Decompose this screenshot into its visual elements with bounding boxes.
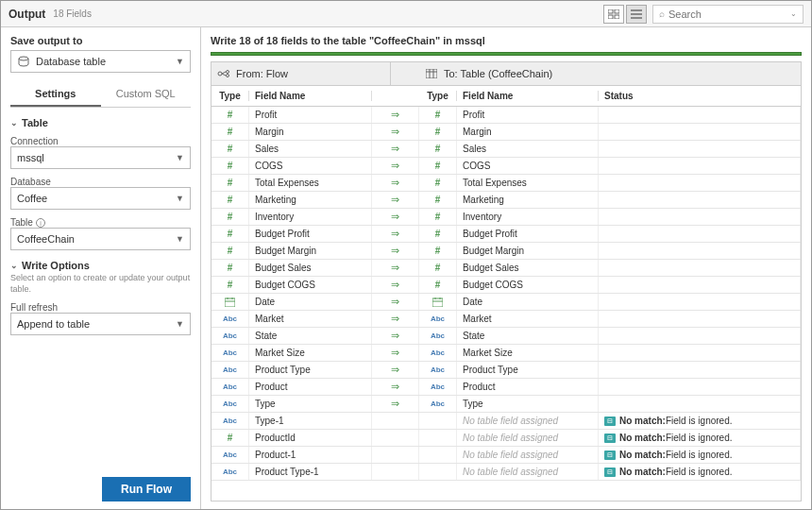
col-field-right: Field Name	[457, 91, 599, 101]
info-icon[interactable]: i	[36, 218, 45, 228]
map-arrow[interactable]	[372, 430, 419, 446]
map-arrow[interactable]: ⇒	[372, 175, 419, 191]
search-box[interactable]: ⌕ ⌄	[652, 5, 804, 24]
save-output-dropdown[interactable]: Database table ▼	[10, 50, 191, 73]
field-name-left: Product	[249, 379, 372, 395]
save-output-value: Database table	[36, 56, 106, 67]
map-arrow[interactable]: ⇒	[372, 158, 419, 174]
status-badge: ⊟ No match: Field is ignored.	[604, 433, 733, 443]
field-name-right: Type	[457, 396, 599, 412]
table-row[interactable]: Date ⇒ Date	[211, 294, 801, 311]
status-cell	[599, 243, 801, 259]
type-icon-right: Abc	[419, 345, 457, 361]
field-name-right: Product Type	[457, 362, 599, 378]
table-row[interactable]: Abc Product Type-1 No table field assign…	[211, 464, 801, 481]
top-bar: Output 18 Fields ⌕ ⌄	[1, 1, 811, 27]
map-arrow[interactable]: ⇒	[372, 226, 419, 242]
table-row[interactable]: # Total Expenses ⇒ # Total Expenses	[211, 175, 801, 192]
map-arrow[interactable]	[372, 447, 419, 463]
status-badge: ⊟ No match: Field is ignored.	[604, 450, 733, 460]
svg-rect-2	[608, 15, 613, 19]
map-arrow[interactable]	[372, 464, 419, 480]
chevron-down-icon: ▼	[176, 153, 184, 162]
table-row[interactable]: # Margin ⇒ # Margin	[211, 124, 801, 141]
field-name-left: ProductId	[249, 430, 372, 446]
table-row[interactable]: Abc State ⇒ Abc State	[211, 328, 801, 345]
table-row[interactable]: # Sales ⇒ # Sales	[211, 141, 801, 158]
from-label: From: Flow	[236, 68, 288, 79]
map-arrow[interactable]: ⇒	[372, 124, 419, 140]
view-list-button[interactable]	[626, 5, 647, 24]
table-dropdown[interactable]: CoffeeChain ▼	[10, 228, 191, 250]
table-row[interactable]: Abc Type-1 No table field assigned ⊟ No …	[211, 413, 801, 430]
connection-dropdown[interactable]: mssql ▼	[10, 146, 191, 169]
type-icon-right: #	[419, 209, 457, 225]
chevron-down-icon: ▼	[176, 234, 184, 244]
field-name-right: State	[457, 328, 599, 344]
table-row[interactable]: Abc Market Size ⇒ Abc Market Size	[211, 345, 801, 362]
view-grid-button[interactable]	[603, 5, 624, 24]
to-label: To: Table (CoffeeChain)	[444, 68, 552, 79]
map-arrow[interactable]: ⇒	[372, 141, 419, 157]
col-field-left: Field Name	[249, 91, 372, 101]
table-row[interactable]: # Marketing ⇒ # Marketing	[211, 192, 801, 209]
write-options-help: Select an option to create or update you…	[10, 273, 191, 295]
table-row[interactable]: Abc Market ⇒ Abc Market	[211, 311, 801, 328]
table-row[interactable]: Abc Product Type ⇒ Abc Product Type	[211, 362, 801, 379]
status-cell: ⊟ No match: Field is ignored.	[599, 464, 801, 480]
write-options-toggle[interactable]: ⌄ Write Options	[10, 260, 191, 271]
full-refresh-dropdown[interactable]: Append to table ▼	[10, 313, 191, 335]
map-arrow[interactable]: ⇒	[372, 209, 419, 225]
caret-down-icon: ⌄	[10, 118, 18, 128]
table-row[interactable]: # Profit ⇒ # Profit	[211, 107, 801, 124]
map-arrow[interactable]: ⇒	[372, 192, 419, 208]
svg-rect-21	[432, 298, 443, 307]
table-row[interactable]: Abc Type ⇒ Abc Type	[211, 396, 801, 413]
map-arrow[interactable]: ⇒	[372, 107, 419, 123]
map-arrow[interactable]: ⇒	[372, 294, 419, 310]
sidebar: Save output to Database table ▼ Settings…	[1, 27, 201, 509]
table-row[interactable]: # Budget Margin ⇒ # Budget Margin	[211, 243, 801, 260]
field-name-left: Type-1	[249, 413, 372, 429]
status-badge: ⊟ No match: Field is ignored.	[604, 467, 733, 477]
table-row[interactable]: # Budget COGS ⇒ # Budget COGS	[211, 277, 801, 294]
map-arrow[interactable]	[372, 413, 419, 429]
type-icon-left: Abc	[211, 311, 249, 327]
map-arrow[interactable]: ⇒	[372, 277, 419, 293]
type-icon-left: #	[211, 277, 249, 293]
tab-custom-sql[interactable]: Custom SQL	[101, 82, 192, 107]
status-cell	[599, 226, 801, 242]
table-row[interactable]: # Budget Profit ⇒ # Budget Profit	[211, 226, 801, 243]
map-arrow[interactable]: ⇒	[372, 243, 419, 259]
table-row[interactable]: # COGS ⇒ # COGS	[211, 158, 801, 175]
map-arrow[interactable]: ⇒	[372, 396, 419, 412]
type-icon-left: #	[211, 141, 249, 157]
caret-down-icon: ⌄	[10, 261, 18, 270]
search-input[interactable]	[668, 8, 790, 20]
mapping-rows[interactable]: # Profit ⇒ # Profit # Margin ⇒ # Margin …	[211, 107, 802, 502]
status-cell	[599, 379, 801, 395]
tab-settings[interactable]: Settings	[10, 82, 101, 107]
field-name-left: State	[249, 328, 372, 344]
database-label: Database	[10, 177, 191, 187]
table-row[interactable]: # Budget Sales ⇒ # Budget Sales	[211, 260, 801, 277]
field-name-right: Budget Profit	[457, 226, 599, 242]
map-arrow[interactable]: ⇒	[372, 362, 419, 378]
write-description: Write 18 of 18 fields to the table "Coff…	[211, 35, 802, 52]
map-arrow[interactable]: ⇒	[372, 345, 419, 361]
map-arrow[interactable]: ⇒	[372, 379, 419, 395]
map-arrow[interactable]: ⇒	[372, 328, 419, 344]
map-arrow[interactable]: ⇒	[372, 260, 419, 276]
status-cell: ⊟ No match: Field is ignored.	[599, 430, 801, 446]
database-dropdown[interactable]: Coffee ▼	[10, 187, 191, 210]
map-arrow[interactable]: ⇒	[372, 311, 419, 327]
table-row[interactable]: Abc Product-1 No table field assigned ⊟ …	[211, 447, 801, 464]
type-icon-right: Abc	[419, 328, 457, 344]
table-row[interactable]: # Inventory ⇒ # Inventory	[211, 209, 801, 226]
table-row[interactable]: # ProductId No table field assigned ⊟ No…	[211, 430, 801, 447]
run-flow-button[interactable]: Run Flow	[102, 477, 191, 502]
table-row[interactable]: Abc Product ⇒ Abc Product	[211, 379, 801, 396]
svg-rect-13	[426, 69, 437, 78]
field-name-left: Profit	[249, 107, 372, 123]
table-section-toggle[interactable]: ⌄ Table	[10, 117, 191, 128]
